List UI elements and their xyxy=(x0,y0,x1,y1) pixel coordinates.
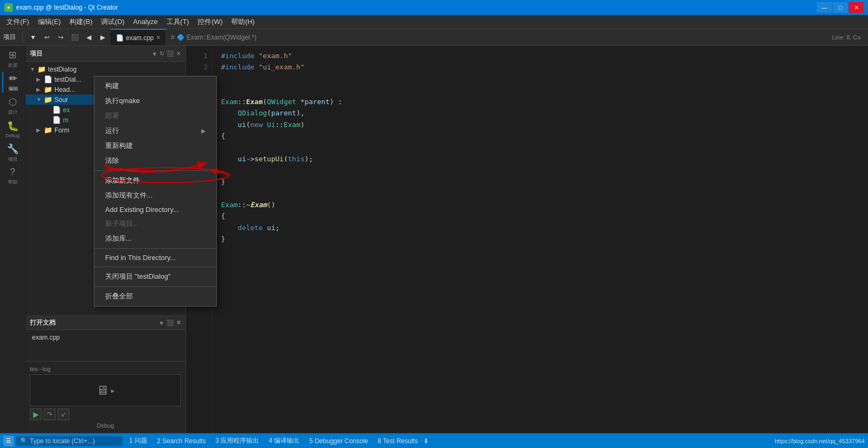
close-button[interactable]: ✕ xyxy=(849,2,864,13)
nav-btn3[interactable]: ▶ xyxy=(97,32,108,43)
run-button[interactable]: ▶ xyxy=(30,408,42,420)
sidebar-edit[interactable]: ✏ 编辑 xyxy=(2,72,23,93)
code-line-1: #include "exam.h" xyxy=(221,50,859,61)
menu-debug[interactable]: 调试(D) xyxy=(97,15,129,28)
project-header: 项目 ▼ ↻ ⬛ ✕ xyxy=(26,46,185,62)
debug-btn-row: ▶ ↷ ↙ xyxy=(30,408,181,420)
project-collapse-icon[interactable]: ▼ xyxy=(152,51,157,57)
project-settings-icon[interactable]: ⬛ xyxy=(167,50,174,57)
status-tab-test[interactable]: 8 Test Results xyxy=(374,436,422,446)
tree-arrow-form: ▶ xyxy=(36,127,43,133)
minimize-button[interactable]: — xyxy=(817,2,832,13)
status-sidebar-toggle[interactable]: ☰ xyxy=(3,436,14,446)
sidebar-help[interactable]: ? 帮助 xyxy=(2,166,23,187)
maximize-button[interactable]: □ xyxy=(833,2,848,13)
back-btn[interactable]: ↩ xyxy=(41,32,53,43)
code-line-9 xyxy=(221,142,859,153)
code-line-15: { xyxy=(221,210,859,222)
tab-close-icon[interactable]: ✕ xyxy=(156,34,161,41)
app-icon: ● xyxy=(4,3,13,12)
ctx-sep-2 xyxy=(94,248,216,249)
code-line-14: Exam::~Exam() xyxy=(221,199,859,210)
ctx-sep-4 xyxy=(94,286,216,287)
ctx-item-add-dir[interactable]: Add Existing Directory... xyxy=(94,203,216,216)
code-line-17: } xyxy=(221,233,859,245)
dropdown-arrow[interactable]: ▼ xyxy=(27,32,39,43)
step-button[interactable]: ↷ xyxy=(44,408,56,420)
forward-btn[interactable]: ↪ xyxy=(55,32,67,43)
code-line-11 xyxy=(221,164,859,176)
tree-label-head: Head... xyxy=(54,86,75,93)
sidebar-debug[interactable]: 🐛 Debug xyxy=(2,119,23,140)
nav-btn2[interactable]: ◀ xyxy=(83,32,94,43)
tree-label-form: Form xyxy=(54,127,69,134)
menu-controls[interactable]: 控件(W) xyxy=(193,15,227,28)
file-icon-ex: 📄 xyxy=(52,106,61,114)
sidebar-design[interactable]: ⬡ 设计 xyxy=(2,95,23,116)
menu-build[interactable]: 构建(B) xyxy=(65,15,97,28)
file-icon-m: 📄 xyxy=(52,116,61,124)
title-text: exam.cpp @ testDialog - Qt Creator xyxy=(16,4,118,11)
open-docs-btn3[interactable]: ✕ xyxy=(176,319,181,326)
status-tab-compile[interactable]: 4 编译输出 xyxy=(264,435,304,446)
ctx-item-add-existing[interactable]: 添加现有文件... xyxy=(94,188,216,203)
ctx-item-run[interactable]: 运行▶ xyxy=(94,123,216,138)
ctx-item-deploy: 部署 xyxy=(94,108,216,123)
status-tab-arrow[interactable]: ⬇ xyxy=(423,437,429,445)
tab-filename: exam.cpp xyxy=(126,34,154,42)
status-tab-search[interactable]: 2 Search Results xyxy=(153,436,210,446)
ctx-item-collapse[interactable]: 折叠全部 xyxy=(94,289,216,304)
sidebar-project[interactable]: 🔧 项目 xyxy=(2,142,23,163)
tree-arrow-sour: ▼ xyxy=(36,97,43,103)
status-search-box[interactable]: 🔍 Type to locate (Ctrl+...) xyxy=(16,436,123,446)
main-layout: ⊞ 欢迎 ✏ 编辑 ⬡ 设计 🐛 Debug 🔧 项目 ? 帮助 项目 ▼ xyxy=(0,46,868,433)
open-docs-btn2[interactable]: ⬛ xyxy=(167,319,174,326)
pointer-button[interactable]: ↙ xyxy=(58,408,69,420)
ctx-item-build[interactable]: 构建 xyxy=(94,78,216,93)
ctx-item-clean[interactable]: 清除 xyxy=(94,153,216,168)
ctx-item-new-subproject: 新子项目... xyxy=(94,216,216,231)
tree-label-ex: ex xyxy=(63,106,70,114)
open-docs-header: 打开文档 ▼ ⬛ ✕ xyxy=(26,316,185,330)
menu-edit[interactable]: 编辑(E) xyxy=(34,15,65,28)
menu-help[interactable]: 帮助(H) xyxy=(227,15,259,28)
ctx-item-rebuild[interactable]: 重新构建 xyxy=(94,138,216,153)
nav-btn1[interactable]: ⬛ xyxy=(69,32,81,43)
ctx-item-qmake[interactable]: 执行qmake xyxy=(94,93,216,108)
tree-label-m: m xyxy=(63,116,68,124)
sidebar-welcome[interactable]: ⊞ 欢迎 xyxy=(2,48,23,69)
menu-analyze[interactable]: Analyze xyxy=(129,16,162,27)
open-docs-section: 打开文档 ▼ ⬛ ✕ exam.cpp tes···log 🖥 ▸ ▶ ↷ xyxy=(26,316,185,433)
status-bar: ☰ 🔍 Type to locate (Ctrl+...) 1 问题 2 Sea… xyxy=(0,433,868,448)
ctx-item-close-project[interactable]: 关闭项目 "testDialog" xyxy=(94,269,216,284)
ctx-sep-1 xyxy=(94,170,216,171)
status-tab-appout[interactable]: 3 应用程序输出 xyxy=(211,435,263,446)
project-close-icon[interactable]: ✕ xyxy=(176,50,181,57)
code-line-2: #include "ui_exam.h" xyxy=(221,61,859,73)
sidebar-icons: ⊞ 欢迎 ✏ 编辑 ⬡ 设计 🐛 Debug 🔧 项目 ? 帮助 xyxy=(0,46,26,433)
debug-label-bottom: Debug xyxy=(30,422,181,429)
open-doc-item-exam[interactable]: exam.cpp xyxy=(26,332,185,343)
code-editor: 1 2 5 6 7 8 10 12 13 14 15 16 17 xyxy=(186,46,868,433)
debug-icon: 🖥 xyxy=(96,383,109,398)
code-line-12: } xyxy=(221,176,859,187)
open-docs-btn1[interactable]: ▼ xyxy=(159,320,164,326)
code-content[interactable]: #include "exam.h" #include "ui_exam.h" E… xyxy=(212,46,868,433)
menu-tools[interactable]: 工具(T) xyxy=(162,15,194,28)
folder-icon-form: 📁 xyxy=(44,126,52,134)
code-line-6: QDialog(parent), xyxy=(221,107,859,119)
tree-root[interactable]: ▼ 📁 testDialog xyxy=(26,64,185,74)
status-tab-problems[interactable]: 1 问题 xyxy=(125,435,152,446)
menu-file[interactable]: 文件(F) xyxy=(2,15,34,28)
code-line-7: ui(new Ui::Exam) xyxy=(221,119,859,130)
ctx-item-find[interactable]: Find in This Directory... xyxy=(94,251,216,264)
ctx-item-add-lib[interactable]: 添加库... xyxy=(94,231,216,246)
status-tab-debugger[interactable]: 5 Debugger Console xyxy=(305,436,372,446)
folder-icon-head: 📁 xyxy=(44,85,52,93)
editor-tab-exam[interactable]: 📄 exam.cpp ✕ xyxy=(111,29,167,45)
code-line-13 xyxy=(221,187,859,199)
search-placeholder: Type to locate (Ctrl+...) xyxy=(30,437,95,445)
project-sync-icon[interactable]: ↻ xyxy=(160,50,164,57)
ctx-item-add-new[interactable]: 添加新文件... xyxy=(94,173,216,188)
code-area: 1 2 5 6 7 8 10 12 13 14 15 16 17 xyxy=(186,46,868,433)
